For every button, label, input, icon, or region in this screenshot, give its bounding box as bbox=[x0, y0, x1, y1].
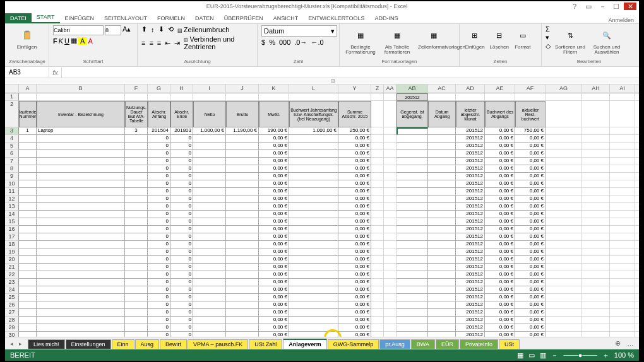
orientation-icon[interactable]: ⟲ bbox=[168, 25, 174, 33]
worksheet-area[interactable]: ⊞ ABFGHIJKLYZAAABACADAEAFAGAHAI12015122l… bbox=[5, 78, 639, 337]
cell[interactable] bbox=[37, 158, 125, 165]
cell[interactable] bbox=[19, 203, 37, 211]
cell[interactable]: 201512 bbox=[397, 93, 428, 101]
ribbon-collapse-icon[interactable]: ▭ bbox=[582, 3, 595, 10]
cell[interactable] bbox=[289, 286, 338, 294]
cell[interactable] bbox=[19, 332, 37, 337]
cell[interactable] bbox=[397, 233, 428, 241]
cell[interactable]: 201512 bbox=[456, 165, 485, 173]
cell[interactable] bbox=[397, 317, 428, 324]
row-header[interactable]: 13 bbox=[5, 203, 19, 211]
cell[interactable] bbox=[428, 264, 456, 271]
cell[interactable] bbox=[338, 93, 371, 101]
cell[interactable] bbox=[546, 196, 582, 203]
cell[interactable] bbox=[125, 226, 148, 233]
cell[interactable] bbox=[384, 271, 397, 279]
cell[interactable]: 0,00 € bbox=[515, 211, 546, 218]
row-header[interactable]: 8 bbox=[5, 165, 19, 173]
cell[interactable]: 0 bbox=[148, 135, 170, 143]
cell[interactable]: 1.000,00 € bbox=[289, 127, 338, 135]
cell[interactable] bbox=[397, 196, 428, 203]
cell[interactable] bbox=[371, 143, 384, 150]
cell[interactable]: 0,00 € bbox=[338, 218, 371, 226]
cell[interactable] bbox=[37, 309, 125, 317]
cell[interactable] bbox=[193, 211, 226, 218]
cell[interactable] bbox=[125, 286, 148, 294]
cell[interactable] bbox=[193, 150, 226, 158]
paste-button[interactable]: Einfügen bbox=[9, 25, 45, 51]
cell[interactable] bbox=[19, 301, 37, 309]
cell[interactable]: 0,00 € bbox=[259, 150, 289, 158]
cell[interactable]: 0,00 € bbox=[515, 324, 546, 332]
cell[interactable] bbox=[384, 309, 397, 317]
cell[interactable]: 201512 bbox=[456, 317, 485, 324]
cell[interactable]: 201512 bbox=[456, 279, 485, 286]
indent-inc-icon[interactable]: ⇥ bbox=[174, 39, 180, 47]
cell[interactable] bbox=[193, 203, 226, 211]
cell[interactable]: 0 bbox=[170, 264, 193, 271]
cell[interactable] bbox=[125, 180, 148, 188]
cell[interactable] bbox=[19, 279, 37, 286]
cell[interactable]: 201512 bbox=[456, 301, 485, 309]
cell[interactable] bbox=[226, 241, 259, 248]
cell[interactable] bbox=[289, 264, 338, 271]
row-header[interactable]: 1 bbox=[5, 93, 19, 101]
align-right-icon[interactable]: ≡ bbox=[157, 39, 161, 47]
cell[interactable] bbox=[371, 264, 384, 271]
cell[interactable] bbox=[582, 203, 610, 211]
cell[interactable] bbox=[371, 93, 384, 101]
cell[interactable]: 0 bbox=[170, 180, 193, 188]
col-header[interactable]: AA bbox=[384, 85, 397, 93]
cell[interactable] bbox=[384, 256, 397, 264]
cell[interactable] bbox=[428, 256, 456, 264]
cell[interactable] bbox=[428, 279, 456, 286]
cell[interactable]: 0 bbox=[148, 203, 170, 211]
cell[interactable]: 0,00 € bbox=[515, 233, 546, 241]
cell[interactable] bbox=[193, 158, 226, 165]
cell[interactable] bbox=[546, 309, 582, 317]
cell[interactable]: 0 bbox=[148, 241, 170, 248]
cell[interactable] bbox=[37, 93, 125, 101]
cell[interactable]: 3 bbox=[125, 127, 148, 135]
cell[interactable]: 0,00 € bbox=[485, 165, 515, 173]
cell[interactable] bbox=[397, 324, 428, 332]
sheet-tab[interactable]: Bewirt bbox=[160, 339, 187, 349]
cell[interactable]: 0,00 € bbox=[259, 332, 289, 337]
cell[interactable]: 0,00 € bbox=[338, 309, 371, 317]
cell[interactable]: 0,00 € bbox=[259, 309, 289, 317]
view-normal-icon[interactable]: ▦ bbox=[517, 351, 523, 359]
cell[interactable] bbox=[582, 256, 610, 264]
cell[interactable] bbox=[19, 248, 37, 256]
cell[interactable]: 0,00 € bbox=[485, 264, 515, 271]
sheet-tab[interactable]: Einstellungen bbox=[66, 339, 111, 349]
cell[interactable] bbox=[384, 101, 397, 127]
cell[interactable] bbox=[610, 101, 635, 127]
cell[interactable] bbox=[148, 93, 170, 101]
cell[interactable] bbox=[384, 264, 397, 271]
cell[interactable]: 0 bbox=[148, 143, 170, 150]
dec-dec-icon[interactable]: ←.0 bbox=[311, 38, 323, 46]
cell[interactable] bbox=[37, 332, 125, 337]
cell[interactable] bbox=[428, 218, 456, 226]
cell[interactable] bbox=[371, 248, 384, 256]
cell[interactable] bbox=[582, 279, 610, 286]
cell[interactable] bbox=[371, 150, 384, 158]
cell[interactable]: 0,00 € bbox=[259, 196, 289, 203]
cell[interactable] bbox=[397, 286, 428, 294]
cell[interactable] bbox=[582, 294, 610, 301]
cell[interactable] bbox=[384, 158, 397, 165]
cell[interactable]: 0,00 € bbox=[485, 324, 515, 332]
cell[interactable]: 201512 bbox=[456, 248, 485, 256]
cell[interactable]: 0,00 € bbox=[338, 165, 371, 173]
cell[interactable] bbox=[259, 93, 289, 101]
cell[interactable] bbox=[384, 324, 397, 332]
cell[interactable] bbox=[371, 301, 384, 309]
cell[interactable] bbox=[610, 271, 635, 279]
cell[interactable]: 201512 bbox=[456, 256, 485, 264]
row-header[interactable]: 2 bbox=[5, 101, 19, 127]
cell[interactable] bbox=[582, 301, 610, 309]
cell[interactable] bbox=[384, 135, 397, 143]
cell[interactable]: 0,00 € bbox=[485, 135, 515, 143]
cell[interactable]: 0,00 € bbox=[485, 271, 515, 279]
cell[interactable]: 0,00 € bbox=[515, 264, 546, 271]
